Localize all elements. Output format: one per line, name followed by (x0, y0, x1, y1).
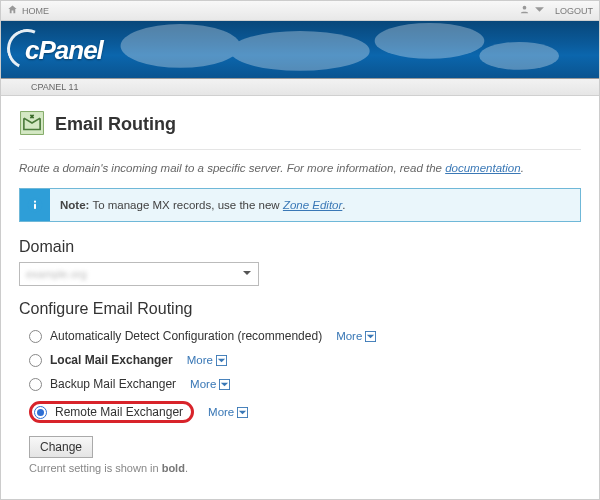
more-toggle-icon (237, 407, 248, 418)
chevron-down-icon (242, 267, 252, 281)
domain-selected-value: example.org (26, 268, 87, 280)
home-icon[interactable] (7, 4, 18, 17)
svg-rect-8 (34, 204, 36, 209)
configure-heading: Configure Email Routing (19, 300, 581, 318)
more-toggle-icon (216, 355, 227, 366)
svg-point-7 (34, 201, 36, 203)
svg-point-2 (230, 31, 370, 71)
radio-list: Automatically Detect Configuration (reco… (29, 324, 581, 428)
breadcrumb: CPANEL 11 (1, 79, 599, 96)
change-button[interactable]: Change (29, 436, 93, 458)
info-icon (20, 189, 50, 221)
radio-label-backup[interactable]: Backup Mail Exchanger (50, 377, 176, 391)
note-box: Note: To manage MX records, use the new … (19, 188, 581, 222)
radio-backup[interactable] (29, 378, 42, 391)
user-icon[interactable] (519, 4, 530, 17)
more-toggle-icon (365, 331, 376, 342)
radio-row-remote: Remote Mail Exchanger More (29, 396, 581, 428)
hint-text: Current setting is shown in bold. (29, 462, 581, 474)
more-link-remote[interactable]: More (208, 406, 248, 418)
documentation-link[interactable]: documentation (445, 162, 520, 174)
domain-heading: Domain (19, 238, 581, 256)
home-link[interactable]: HOME (22, 6, 49, 16)
svg-point-3 (375, 23, 485, 59)
note-bold: Note: (60, 199, 89, 211)
user-dropdown-icon[interactable] (534, 4, 545, 17)
radio-auto[interactable] (29, 330, 42, 343)
more-link-local[interactable]: More (187, 354, 227, 366)
radio-row-backup: Backup Mail Exchanger More (29, 372, 581, 396)
page-title: Email Routing (55, 114, 176, 135)
more-link-backup[interactable]: More (190, 378, 230, 390)
cpanel-logo: cPanel (25, 35, 103, 66)
logout-link[interactable]: LOGOUT (555, 6, 593, 16)
divider (19, 149, 581, 150)
svg-point-1 (121, 24, 241, 68)
intro-text: Route a domain's incoming mail to a spec… (19, 162, 581, 174)
more-toggle-icon (219, 379, 230, 390)
radio-local[interactable] (29, 354, 42, 367)
radio-row-auto: Automatically Detect Configuration (reco… (29, 324, 581, 348)
radio-label-remote[interactable]: Remote Mail Exchanger (55, 405, 183, 419)
zone-editor-link[interactable]: Zone Editor (283, 199, 342, 211)
banner: cPanel (1, 21, 599, 79)
radio-row-local: Local Mail Exchanger More (29, 348, 581, 372)
radio-label-auto[interactable]: Automatically Detect Configuration (reco… (50, 329, 322, 343)
highlight-ring: Remote Mail Exchanger (29, 401, 194, 423)
top-bar: HOME LOGOUT (1, 1, 599, 21)
domain-select[interactable]: example.org (19, 262, 259, 286)
svg-point-4 (479, 42, 559, 70)
svg-point-0 (523, 6, 527, 10)
email-routing-icon (19, 110, 45, 139)
radio-remote[interactable] (34, 406, 47, 419)
more-link-auto[interactable]: More (336, 330, 376, 342)
radio-label-local[interactable]: Local Mail Exchanger (50, 353, 173, 367)
note-text: To manage MX records, use the new (89, 199, 282, 211)
